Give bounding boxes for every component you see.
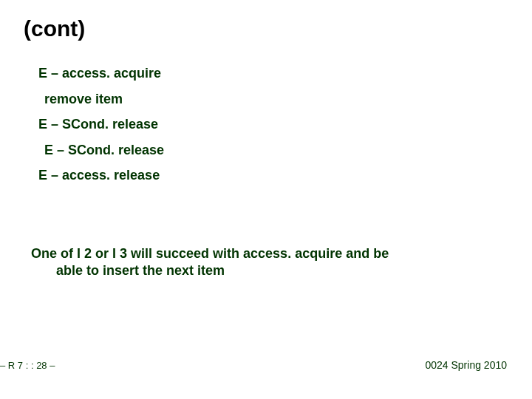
slide: (cont) E – access. acquire remove item E… [0, 0, 532, 399]
body-line-4: E – SCond. release [44, 142, 497, 159]
paragraph: One of I 2 or I 3 will succeed with acce… [31, 245, 504, 280]
body-block: E – access. acquire remove item E – SCon… [38, 65, 497, 193]
slide-title: (cont) [24, 16, 85, 41]
body-line-5: E – access. release [38, 167, 497, 184]
paragraph-line-1: One of I 2 or I 3 will succeed with acce… [31, 246, 389, 261]
body-line-2: remove item [44, 91, 497, 108]
body-line-1: E – access. acquire [38, 65, 497, 82]
footer-left: – R 7 : : 28 – [0, 360, 55, 371]
paragraph-line-2: able to insert the next item [31, 262, 504, 279]
body-line-3: E – SCond. release [38, 116, 497, 133]
footer-right: 0024 Spring 2010 [425, 359, 507, 371]
